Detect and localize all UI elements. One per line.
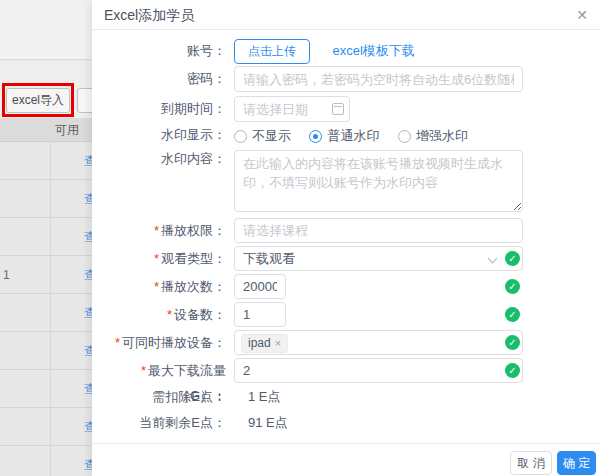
form-row-account: 账号： 点击上传 excel模板下载 [100, 38, 592, 64]
form-row-watch-type: *观看类型： 下载观看 ✓ [100, 246, 592, 271]
play-count-input[interactable] [234, 274, 286, 299]
device-count-label: *设备数： [100, 302, 226, 327]
watermark-display-content: 不显示 普通水印 增强水印 [234, 126, 523, 147]
valid-check-icon: ✓ [505, 335, 520, 350]
remaining-points-value: 91 E点 [234, 414, 523, 432]
form-row-expire: 到期时间： [100, 96, 592, 122]
required-mark: * [141, 363, 146, 378]
required-mark: * [154, 251, 159, 266]
radio-normal-watermark[interactable]: 普通水印 [309, 127, 379, 145]
excel-template-download-link[interactable]: excel模板下载 [332, 43, 414, 58]
required-mark: * [115, 335, 120, 350]
radio-label: 增强水印 [416, 127, 468, 145]
password-label: 密码： [100, 66, 226, 92]
radio-label: 不显示 [252, 127, 291, 145]
modal-excel-add-student: Excel添加学员 ✕ 账号： 点击上传 excel模板下载 密码： 到期时间： [92, 0, 600, 476]
modal-title: Excel添加学员 [104, 7, 194, 25]
chevron-down-icon [488, 254, 498, 264]
simultaneous-devices-select[interactable]: ipad × [234, 330, 523, 355]
radio-enhanced-watermark[interactable]: 增强水印 [398, 127, 468, 145]
play-count-label: *播放次数： [100, 274, 226, 299]
device-tag-label: ipad [248, 336, 271, 350]
valid-check-icon: ✓ [505, 363, 520, 378]
upload-button[interactable]: 点击上传 [234, 39, 310, 64]
play-count-content: ✓ [234, 274, 523, 299]
cancel-button[interactable]: 取 消 [510, 451, 552, 475]
watermark-content-content [234, 150, 523, 216]
account-label: 账号： [100, 38, 226, 64]
deduct-points-label: 需扣除E点： [100, 388, 226, 406]
valid-check-icon: ✓ [505, 307, 520, 322]
form-row-password: 密码： [100, 66, 592, 92]
form-row-watermark-display: 水印显示： 不显示 普通水印 增强水印 [100, 126, 592, 147]
modal-header: Excel添加学员 ✕ [92, 0, 600, 30]
required-mark: * [154, 279, 159, 294]
expire-content [234, 96, 523, 122]
radio-circle-icon [234, 130, 247, 143]
play-permission-label: *播放权限： [100, 218, 226, 243]
table-row-number: 1 [3, 268, 10, 282]
close-icon[interactable]: ✕ [576, 6, 588, 24]
valid-check-icon: ✓ [505, 279, 520, 294]
play-permission-content [234, 218, 523, 243]
course-select-input[interactable] [234, 218, 523, 243]
calendar-icon[interactable] [332, 103, 344, 115]
watch-type-select[interactable]: 下载观看 [234, 246, 523, 271]
watermark-content-label: 水印内容： [100, 150, 226, 216]
valid-check-icon: ✓ [505, 251, 520, 266]
device-count-content: ✓ [234, 302, 523, 327]
table-column-divider [50, 142, 51, 476]
screen: excel导入 可用 查看 查看 查看 查看 查看 查看 查看 查看 查看 1 … [0, 0, 600, 476]
account-content: 点击上传 excel模板下载 [234, 38, 523, 64]
form-row-remaining-points: 当前剩余E点： 91 E点 [100, 414, 592, 432]
required-mark: * [154, 223, 159, 238]
radio-circle-icon [398, 130, 411, 143]
max-download-input[interactable] [234, 358, 523, 383]
simultaneous-devices-label: *可同时播放设备： [100, 330, 226, 355]
form-row-simultaneous-devices: *可同时播放设备： ipad × ✓ [100, 330, 592, 355]
remaining-points-label: 当前剩余E点： [100, 414, 226, 432]
excel-import-highlight-box [2, 83, 74, 117]
watermark-display-label: 水印显示： [100, 126, 226, 147]
simultaneous-devices-content: ipad × ✓ [234, 330, 523, 355]
expire-label: 到期时间： [100, 96, 226, 122]
radio-circle-icon [309, 130, 322, 143]
required-mark: * [167, 307, 172, 322]
form-row-play-count: *播放次数： ✓ [100, 274, 592, 299]
table-header-label: 可用 [55, 118, 79, 142]
form-row-play-permission: *播放权限： [100, 218, 592, 243]
watermark-content-textarea[interactable] [234, 150, 523, 212]
radio-label: 普通水印 [327, 127, 379, 145]
form-row-device-count: *设备数： ✓ [100, 302, 592, 327]
watch-type-label: *观看类型： [100, 246, 226, 271]
password-content [234, 66, 523, 92]
deduct-points-value: 1 E点 [234, 388, 523, 406]
device-count-input[interactable] [234, 302, 286, 327]
form-row-watermark-content: 水印内容： [100, 150, 592, 216]
tag-close-icon[interactable]: × [275, 337, 281, 349]
watch-type-value: 下载观看 [243, 251, 295, 266]
form-row-deduct-points: 需扣除E点： 1 E点 [100, 388, 592, 406]
radio-no-display[interactable]: 不显示 [234, 127, 291, 145]
modal-footer: 取 消 确 定 [92, 443, 600, 476]
device-tag: ipad × [241, 334, 288, 353]
confirm-button[interactable]: 确 定 [557, 451, 596, 475]
watch-type-content: 下载观看 ✓ [234, 246, 523, 271]
password-input[interactable] [234, 66, 523, 92]
